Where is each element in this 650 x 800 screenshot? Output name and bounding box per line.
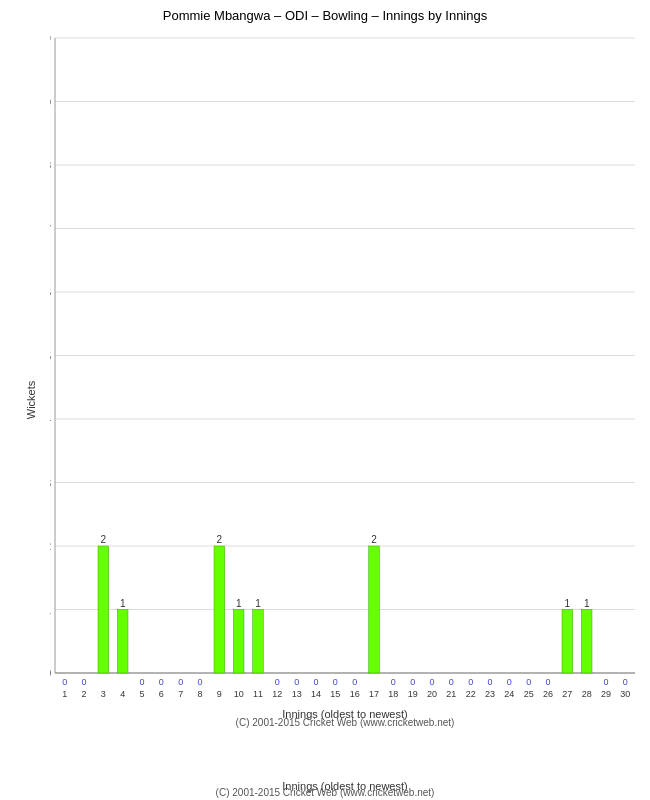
svg-text:27: 27 bbox=[562, 689, 572, 699]
svg-text:0: 0 bbox=[449, 677, 454, 687]
svg-text:19: 19 bbox=[408, 689, 418, 699]
svg-text:25: 25 bbox=[524, 689, 534, 699]
svg-text:1: 1 bbox=[236, 598, 242, 609]
svg-text:1: 1 bbox=[565, 598, 571, 609]
svg-text:0: 0 bbox=[62, 677, 67, 687]
svg-text:2: 2 bbox=[101, 534, 107, 545]
svg-text:2: 2 bbox=[50, 540, 51, 552]
svg-rect-45 bbox=[233, 610, 244, 674]
svg-text:6: 6 bbox=[50, 286, 51, 298]
svg-text:0: 0 bbox=[603, 677, 608, 687]
svg-text:0: 0 bbox=[526, 677, 531, 687]
svg-text:20: 20 bbox=[427, 689, 437, 699]
svg-text:0: 0 bbox=[352, 677, 357, 687]
svg-text:1: 1 bbox=[62, 689, 67, 699]
svg-text:0: 0 bbox=[294, 677, 299, 687]
svg-text:13: 13 bbox=[292, 689, 302, 699]
svg-text:30: 30 bbox=[620, 689, 630, 699]
svg-text:2: 2 bbox=[81, 689, 86, 699]
svg-text:22: 22 bbox=[466, 689, 476, 699]
svg-rect-85 bbox=[581, 610, 592, 674]
svg-text:29: 29 bbox=[601, 689, 611, 699]
svg-text:0: 0 bbox=[313, 677, 318, 687]
chart-title: Pommie Mbangwa – ODI – Bowling – Innings… bbox=[0, 0, 650, 27]
svg-text:0: 0 bbox=[391, 677, 396, 687]
svg-text:15: 15 bbox=[330, 689, 340, 699]
svg-text:2: 2 bbox=[217, 534, 223, 545]
svg-text:5: 5 bbox=[139, 689, 144, 699]
y-axis-label: Wickets bbox=[25, 381, 37, 420]
svg-text:0: 0 bbox=[429, 677, 434, 687]
svg-text:4: 4 bbox=[50, 413, 51, 425]
svg-text:0: 0 bbox=[545, 677, 550, 687]
svg-text:7: 7 bbox=[50, 223, 51, 235]
svg-text:3: 3 bbox=[50, 477, 51, 489]
svg-text:8: 8 bbox=[197, 689, 202, 699]
svg-text:11: 11 bbox=[253, 689, 263, 699]
svg-text:28: 28 bbox=[582, 689, 592, 699]
svg-text:0: 0 bbox=[507, 677, 512, 687]
svg-text:24: 24 bbox=[504, 689, 514, 699]
svg-rect-48 bbox=[253, 610, 264, 674]
svg-text:0: 0 bbox=[159, 677, 164, 687]
svg-text:1: 1 bbox=[50, 604, 51, 616]
svg-text:10: 10 bbox=[234, 689, 244, 699]
svg-text:0: 0 bbox=[468, 677, 473, 687]
svg-text:1: 1 bbox=[255, 598, 261, 609]
svg-text:26: 26 bbox=[543, 689, 553, 699]
svg-text:16: 16 bbox=[350, 689, 360, 699]
svg-text:3: 3 bbox=[101, 689, 106, 699]
svg-text:0: 0 bbox=[139, 677, 144, 687]
svg-rect-28 bbox=[98, 546, 109, 673]
svg-text:1: 1 bbox=[120, 598, 126, 609]
svg-text:2: 2 bbox=[371, 534, 377, 545]
svg-text:8: 8 bbox=[50, 159, 51, 171]
svg-text:0: 0 bbox=[275, 677, 280, 687]
svg-text:4: 4 bbox=[120, 689, 125, 699]
svg-rect-31 bbox=[117, 610, 128, 674]
svg-text:17: 17 bbox=[369, 689, 379, 699]
svg-text:7: 7 bbox=[178, 689, 183, 699]
chart-container: Pommie Mbangwa – ODI – Bowling – Innings… bbox=[0, 0, 650, 800]
svg-text:12: 12 bbox=[272, 689, 282, 699]
svg-text:1: 1 bbox=[584, 598, 590, 609]
copyright-text: (C) 2001-2015 Cricket Web (www.cricketwe… bbox=[0, 787, 650, 798]
svg-rect-82 bbox=[562, 610, 573, 674]
svg-text:0: 0 bbox=[333, 677, 338, 687]
svg-text:0: 0 bbox=[623, 677, 628, 687]
svg-text:0: 0 bbox=[410, 677, 415, 687]
svg-rect-61 bbox=[369, 546, 380, 673]
svg-text:14: 14 bbox=[311, 689, 321, 699]
svg-text:(C) 2001-2015 Cricket Web (www: (C) 2001-2015 Cricket Web (www.cricketwe… bbox=[236, 717, 455, 728]
svg-text:6: 6 bbox=[159, 689, 164, 699]
svg-text:9: 9 bbox=[50, 96, 51, 108]
svg-text:5: 5 bbox=[50, 350, 51, 362]
svg-text:23: 23 bbox=[485, 689, 495, 699]
svg-text:0: 0 bbox=[81, 677, 86, 687]
svg-text:0: 0 bbox=[197, 677, 202, 687]
svg-text:10: 10 bbox=[50, 32, 51, 44]
svg-text:9: 9 bbox=[217, 689, 222, 699]
chart-svg: 0123456789100102231405060708291101110120… bbox=[50, 28, 640, 728]
svg-rect-42 bbox=[214, 546, 225, 673]
svg-text:21: 21 bbox=[446, 689, 456, 699]
svg-text:18: 18 bbox=[388, 689, 398, 699]
svg-text:0: 0 bbox=[487, 677, 492, 687]
svg-text:0: 0 bbox=[178, 677, 183, 687]
svg-text:0: 0 bbox=[50, 667, 51, 679]
